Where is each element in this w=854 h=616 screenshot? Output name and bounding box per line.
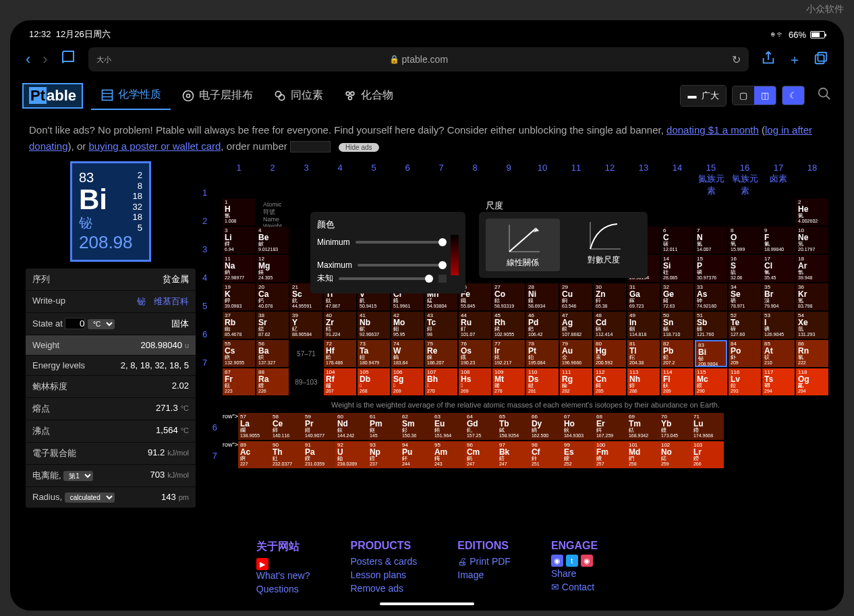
prop-row[interactable]: Write-up铋 维基百科: [26, 291, 196, 313]
element-Lr[interactable]: 103Lr鐒266: [691, 441, 724, 468]
element-Th[interactable]: 90Th釷232.0377: [271, 441, 303, 468]
element-Fr[interactable]: 87Fr鍅223: [223, 368, 255, 395]
element-Cu[interactable]: 29Cu銅63.546: [560, 283, 592, 310]
group-18[interactable]: 18: [796, 161, 828, 198]
element-Ra[interactable]: 88Ra鐳226: [256, 368, 289, 395]
period-1[interactable]: 1: [202, 178, 212, 206]
element-O[interactable]: 8O氧15.999: [729, 227, 761, 254]
element-Rg[interactable]: 111Rg錀282: [560, 368, 592, 395]
element-Tb[interactable]: 65Tb鋱158.9254: [497, 413, 530, 440]
element-K[interactable]: 19K鉀39.0983: [223, 283, 255, 310]
element-Np[interactable]: 93Np錼237: [368, 441, 400, 468]
footer-whatsnew[interactable]: ▶ What's new?: [256, 557, 310, 582]
element-Xe[interactable]: 54Xe氙131.293: [796, 312, 828, 339]
hideads-button[interactable]: Hide ads: [339, 143, 378, 152]
element-Ce[interactable]: 58Ce鈰140.116: [271, 413, 303, 440]
element-Ni[interactable]: 28Ni鎳58.6934: [526, 283, 559, 310]
element-Ba[interactable]: 56Ba鋇137.327: [256, 340, 289, 367]
group-9[interactable]: 9: [492, 161, 525, 198]
group-10[interactable]: 10: [526, 161, 559, 198]
layout-split-button[interactable]: ◫: [754, 86, 776, 105]
element-Pr[interactable]: 59Pr鐠140.9077: [303, 413, 335, 440]
element-I[interactable]: 53I碘126.9045: [762, 312, 795, 339]
prop-row[interactable]: Radius, calculated143pm: [26, 487, 196, 508]
element-La[interactable]: 57La鑭138.9055: [238, 413, 271, 440]
prop-row[interactable]: 熔点271.3°C: [26, 398, 196, 420]
prop-row[interactable]: 电离能, 第1703kJ/mol: [26, 465, 196, 487]
period-6[interactable]: 6: [202, 320, 212, 348]
display-wide-button[interactable]: ▬ 广大: [681, 86, 726, 106]
prop-row[interactable]: 沸点1,564°C: [26, 420, 196, 443]
group-3[interactable]: 3: [290, 161, 322, 198]
element-F[interactable]: 9F氟18.99840: [762, 227, 795, 254]
period-4[interactable]: 4: [202, 263, 212, 291]
element-Mo[interactable]: 42Mo鉬95.95: [391, 312, 424, 339]
period-3[interactable]: 3: [202, 235, 212, 263]
group-2[interactable]: 2: [256, 161, 289, 198]
element-Te[interactable]: 52Te碲127.60: [729, 312, 761, 339]
tab-compounds[interactable]: 化合物: [334, 81, 403, 110]
footer-removeads[interactable]: Remove ads: [350, 582, 417, 595]
element-Rf[interactable]: 104Rf鑪267: [324, 368, 356, 395]
element-Ta[interactable]: 73Ta鉭180.9479: [358, 340, 390, 367]
element-Es[interactable]: 99Es鑀252: [562, 441, 594, 468]
element-Na[interactable]: 11Na鈉22.98977: [223, 255, 255, 282]
poster-link[interactable]: buying a poster or wallet card: [88, 140, 221, 152]
element-Rh[interactable]: 45Rh銠102.9055: [492, 312, 525, 339]
element-In[interactable]: 49In銦114.818: [627, 312, 660, 339]
element-Tl[interactable]: 81Tl鉈204.38: [627, 340, 660, 367]
element-Si[interactable]: 14Si硅28.085: [661, 255, 693, 282]
element-Mc[interactable]: 115Mc鏌290: [695, 368, 727, 395]
search-icon[interactable]: [817, 86, 832, 105]
element-Cd[interactable]: 48Cd鎘112.414: [594, 312, 626, 339]
element-C[interactable]: 6C碳12.011: [661, 227, 693, 254]
prop-select[interactable]: calculated: [65, 493, 115, 503]
element-Zr[interactable]: 40Zr鋯91.224: [324, 312, 356, 339]
group-14[interactable]: 14: [661, 161, 693, 198]
element-Ag[interactable]: 47Ag銀107.8682: [560, 312, 592, 339]
element-Ds[interactable]: 110Ds鐽281: [526, 368, 559, 395]
element-Hs[interactable]: 108Hs𨭆269: [459, 368, 491, 395]
donate-link[interactable]: donating $1 a month: [666, 124, 759, 136]
element-Cf[interactable]: 98Cf鉲251: [530, 441, 562, 468]
element-Ga[interactable]: 31Ga鎵69.723: [627, 283, 660, 310]
logo[interactable]: Ptable: [22, 83, 83, 109]
tab-electrons[interactable]: 电子层排布: [172, 81, 262, 110]
element-Ca[interactable]: 20Ca鈣40.078: [256, 283, 289, 310]
element-H[interactable]: 1H氫1.008: [223, 198, 255, 225]
group-5[interactable]: 5: [358, 161, 390, 198]
textsize-button[interactable]: 大小: [96, 55, 111, 65]
prop-select[interactable]: 第1: [63, 471, 93, 481]
element-Ts[interactable]: 117Ts鿬294: [762, 368, 795, 395]
prop-row[interactable]: State at °C固体: [26, 313, 196, 335]
element-Og[interactable]: 118Og鿫294: [796, 368, 828, 395]
element-Am[interactable]: 95Am鋂243: [432, 441, 465, 468]
element-Lv[interactable]: 116Lv鉝293: [729, 368, 761, 395]
log-scale-button[interactable]: 對數尺度: [567, 219, 641, 271]
element-Sn[interactable]: 50Sn錫118.710: [661, 312, 693, 339]
element-Pb[interactable]: 82Pb鉛207.2: [661, 340, 693, 367]
group-16[interactable]: 16氧族元素: [729, 161, 761, 198]
element-Sr[interactable]: 38Sr鍶87.62: [256, 312, 289, 339]
footer-questions[interactable]: Questions: [256, 582, 310, 596]
element-Kr[interactable]: 36Kr氪83.798: [796, 283, 828, 310]
group-1[interactable]: 1: [223, 161, 255, 198]
tab-properties[interactable]: 化学性质: [91, 81, 171, 110]
element-Pt[interactable]: 78Pt鉑195.084: [526, 340, 559, 367]
group-12[interactable]: 12: [594, 161, 626, 198]
element-Er[interactable]: 68Er鉺167.259: [594, 413, 627, 440]
group-4[interactable]: 4: [324, 161, 356, 198]
instagram-icon[interactable]: ◉: [581, 555, 593, 567]
group-6[interactable]: 6: [391, 161, 424, 198]
layout-single-button[interactable]: ▢: [733, 86, 754, 105]
discord-icon[interactable]: ◉: [551, 555, 563, 567]
footer-share[interactable]: Share: [551, 567, 598, 580]
prop-row[interactable]: Weight208.98040u: [26, 335, 196, 356]
prop-row[interactable]: 鲍林标度2.02: [26, 376, 196, 398]
group-15[interactable]: 15氮族元素: [695, 161, 727, 198]
element-Bi[interactable]: 83Bi铋208.9804: [695, 340, 727, 367]
period-2[interactable]: 2: [202, 206, 212, 235]
element-Dy[interactable]: 66Dy鏑162.500: [530, 413, 562, 440]
unknown-slider[interactable]: [339, 277, 433, 280]
prop-row[interactable]: 序列贫金属: [26, 269, 196, 291]
